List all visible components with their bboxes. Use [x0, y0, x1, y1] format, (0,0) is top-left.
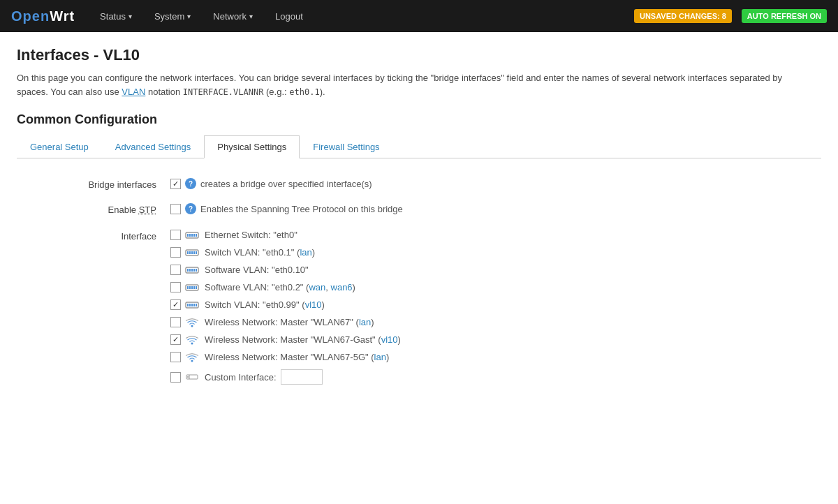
tab-advanced-settings[interactable]: Advanced Settings [102, 135, 204, 158]
svg-rect-1 [187, 234, 189, 237]
lan-link-wlan67-5g[interactable]: lan [374, 352, 386, 362]
svg-rect-19 [187, 286, 189, 289]
svg-rect-20 [189, 286, 191, 289]
bridge-interfaces-label: Bridge interfaces [17, 178, 170, 190]
wan6-link-eth02[interactable]: wan6 [331, 282, 353, 292]
svg-point-31 [191, 342, 193, 344]
wireless-icon [185, 335, 199, 345]
enable-stp-checkbox[interactable] [170, 204, 181, 214]
svg-rect-5 [196, 234, 197, 237]
svg-rect-17 [196, 269, 197, 272]
interface-wlan67-5g-label: Wireless Network: Master "WLAN67-5G" (la… [205, 352, 389, 362]
stp-abbr: STP [139, 205, 156, 215]
svg-rect-25 [187, 304, 189, 306]
interface-custom-label: Custom Interface: [205, 372, 277, 383]
interface-wlan67-5g-checkbox[interactable] [170, 352, 181, 362]
svg-rect-28 [193, 304, 195, 306]
svg-rect-21 [191, 286, 193, 289]
enable-stp-help-text: Enables the Spanning Tree Protocol on th… [200, 204, 403, 214]
vlan-link[interactable]: VLAN [122, 87, 145, 97]
interface-custom-checkbox[interactable] [170, 372, 181, 383]
svg-rect-16 [193, 269, 195, 272]
svg-rect-14 [189, 269, 191, 272]
svg-rect-27 [191, 304, 193, 306]
list-item: Software VLAN: "eth0.2" (wan, wan6) [170, 281, 401, 294]
section-title: Common Configuration [17, 112, 821, 127]
nav-logout[interactable]: Logout [267, 0, 311, 32]
interface-eth01-label: Switch VLAN: "eth0.1" (lan) [205, 247, 315, 258]
svg-rect-15 [191, 269, 193, 272]
nav-system[interactable]: System ▾ [146, 0, 199, 32]
custom-interface-input[interactable] [281, 369, 323, 385]
lan-link-wlan67[interactable]: lan [359, 317, 371, 327]
nav-network[interactable]: Network ▾ [205, 0, 261, 32]
enable-stp-help-icon[interactable]: ? [185, 203, 196, 214]
lan-link-eth01[interactable]: lan [300, 247, 311, 258]
interface-eth010-checkbox[interactable] [170, 265, 181, 275]
bridge-interfaces-controls: ? creates a bridge over specified interf… [170, 178, 372, 189]
svg-rect-9 [191, 251, 193, 254]
svg-rect-23 [196, 286, 197, 289]
network-arrow-icon: ▾ [249, 13, 253, 20]
svg-point-32 [191, 360, 193, 362]
list-item: Wireless Network: Master "WLAN67-5G" (la… [170, 350, 401, 364]
interface-eth02-checkbox[interactable] [170, 282, 181, 292]
switch-icon [185, 248, 199, 258]
interface-wlan67-label: Wireless Network: Master "WLAN67" (lan) [205, 317, 374, 327]
list-item: Switch VLAN: "eth0.99" (vl10) [170, 298, 401, 311]
switch-icon [185, 300, 199, 310]
interface-eth02-label: Software VLAN: "eth0.2" (wan, wan6) [205, 282, 355, 292]
interface-controls: Ethernet Switch: "eth0" Switch VLAN: "et… [170, 228, 401, 386]
svg-rect-4 [193, 234, 195, 237]
svg-rect-7 [187, 251, 189, 254]
wireless-icon [185, 353, 199, 362]
bridge-interfaces-checkbox[interactable] [170, 179, 181, 189]
vl10-link-wlan67-gast[interactable]: vl10 [381, 334, 398, 345]
list-item: Custom Interface: [170, 368, 401, 386]
interface-eth01-checkbox[interactable] [170, 247, 181, 258]
tab-firewall-settings[interactable]: Firewall Settings [300, 135, 392, 158]
page-title: Interfaces - VL10 [17, 46, 821, 64]
svg-rect-22 [193, 286, 195, 289]
enable-stp-controls: ? Enables the Spanning Tree Protocol on … [170, 203, 403, 214]
list-item: Software VLAN: "eth0.10" [170, 263, 401, 276]
switch-icon [185, 283, 199, 292]
navbar: OpenWrt Status ▾ System ▾ Network ▾ Logo… [0, 0, 838, 32]
tab-general-setup[interactable]: General Setup [17, 135, 102, 158]
interface-wlan67-gast-label: Wireless Network: Master "WLAN67-Gast" (… [205, 334, 401, 345]
tab-bar: General Setup Advanced Settings Physical… [17, 135, 821, 158]
switch-icon [185, 265, 199, 275]
interface-wlan67-gast-checkbox[interactable] [170, 334, 181, 345]
enable-stp-label: Enable STP [17, 203, 170, 215]
main-content: Interfaces - VL10 On this page you can c… [0, 32, 838, 504]
nav-status[interactable]: Status ▾ [91, 0, 140, 32]
enable-stp-row: Enable STP ? Enables the Spanning Tree P… [17, 198, 821, 223]
list-item: Wireless Network: Master "WLAN67-Gast" (… [170, 333, 401, 346]
wan-link-eth02[interactable]: wan [309, 282, 325, 292]
svg-rect-8 [189, 251, 191, 254]
svg-rect-11 [196, 251, 197, 254]
autorefresh-badge: AUTO REFRESH ON [742, 9, 827, 23]
bridge-interfaces-help-icon[interactable]: ? [185, 178, 196, 189]
page-description: On this page you can configure the netwo… [17, 71, 785, 98]
svg-rect-10 [193, 251, 195, 254]
svg-rect-13 [187, 269, 189, 272]
interface-wlan67-checkbox[interactable] [170, 317, 181, 327]
interface-eth0-checkbox[interactable] [170, 230, 181, 240]
brand-open: Open [11, 8, 50, 24]
status-arrow-icon: ▾ [128, 13, 132, 20]
list-item: Ethernet Switch: "eth0" [170, 228, 401, 242]
form-section: Bridge interfaces ? creates a bridge ove… [17, 158, 821, 399]
system-arrow-icon: ▾ [187, 13, 191, 20]
interface-row: Interface Ethernet Switch: "eth0" [17, 223, 821, 392]
svg-rect-2 [189, 234, 191, 237]
list-item: Switch VLAN: "eth0.1" (lan) [170, 246, 401, 259]
tab-physical-settings[interactable]: Physical Settings [204, 135, 300, 158]
brand-wrt: Wrt [50, 8, 75, 24]
interface-eth010-label: Software VLAN: "eth0.10" [205, 265, 309, 275]
svg-rect-26 [189, 304, 191, 306]
vl10-link-eth099[interactable]: vl10 [305, 299, 322, 310]
switch-icon [185, 230, 199, 240]
interface-eth099-checkbox[interactable] [170, 299, 181, 310]
svg-point-30 [191, 325, 193, 327]
